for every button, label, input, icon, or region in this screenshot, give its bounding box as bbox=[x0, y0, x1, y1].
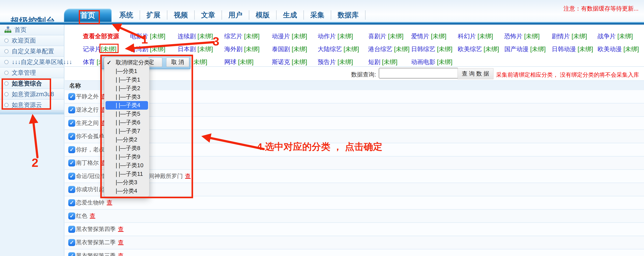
unbound-tag: [未绑] bbox=[576, 46, 593, 52]
category-link[interactable]: 爱情片 [未绑] bbox=[411, 30, 446, 43]
view-link[interactable]: 查 bbox=[107, 199, 112, 207]
category-link[interactable]: 剧情片 [未绑] bbox=[552, 30, 587, 43]
dropdown-option[interactable]: | |—子类6 bbox=[104, 118, 149, 127]
dropdown-option[interactable]: | |—子类5 bbox=[104, 110, 149, 118]
dropdown-option[interactable]: | |—子类8 bbox=[104, 144, 149, 152]
category-name: 科幻片 bbox=[458, 33, 476, 40]
tab-home[interactable]: 首页 bbox=[64, 8, 112, 22]
tab-用户[interactable]: 用户 bbox=[222, 10, 249, 20]
video-name: 生死之间 bbox=[76, 119, 99, 127]
category-link[interactable]: 记录片[未绑] bbox=[83, 43, 116, 56]
row-checkbox[interactable]: ✓ bbox=[68, 186, 75, 193]
dropdown-option[interactable]: ✓取消绑定分类 bbox=[104, 58, 149, 67]
row-checkbox[interactable]: ✓ bbox=[68, 146, 75, 153]
category-link[interactable]: 日本剧 [未绑] bbox=[178, 43, 213, 56]
category-link[interactable]: 动漫片 [未绑] bbox=[272, 30, 307, 43]
dropdown-option[interactable]: |—分类1 bbox=[104, 67, 149, 76]
category-link[interactable]: 动作片 [未绑] bbox=[318, 30, 353, 43]
row-checkbox[interactable]: ✓ bbox=[68, 199, 75, 206]
unbound-tag: [未绑] bbox=[242, 33, 260, 40]
dropdown-option[interactable]: | |—子类9 bbox=[104, 152, 149, 161]
dropdown-option[interactable]: | |—子类2 bbox=[104, 84, 149, 93]
row-checkbox[interactable]: ✓ bbox=[68, 239, 75, 246]
cancel-button[interactable]: 取 消 bbox=[166, 58, 189, 67]
view-link[interactable]: 查 bbox=[185, 172, 191, 180]
video-name: 你不会孤单 bbox=[76, 132, 104, 140]
row-checkbox[interactable]: ✓ bbox=[68, 120, 75, 127]
row-checkbox[interactable]: ✓ bbox=[68, 106, 75, 113]
tab-生成[interactable]: 生成 bbox=[276, 10, 304, 20]
tab-视频[interactable]: 视频 bbox=[167, 10, 195, 20]
category-link[interactable]: 恐怖片 [未绑] bbox=[504, 30, 540, 43]
row-checkbox[interactable]: ✓ bbox=[68, 226, 75, 233]
dropdown-option[interactable]: | |—子类1 bbox=[104, 76, 149, 84]
dropdown-option[interactable]: | |—子类10 bbox=[104, 161, 149, 170]
row-checkbox[interactable]: ✓ bbox=[68, 93, 75, 100]
dropdown-option-label: | |—子类5 bbox=[116, 110, 140, 118]
sidebar-item[interactable]: 文章管理 bbox=[0, 68, 64, 78]
view-link[interactable]: 查 bbox=[118, 252, 124, 256]
category-link[interactable]: 科幻片 [未绑] bbox=[458, 30, 493, 43]
sidebar-item[interactable]: 如意资综合 bbox=[0, 78, 64, 89]
category-link[interactable]: 日韩动漫 [未绑] bbox=[552, 43, 593, 56]
category-link[interactable]: 欧美综艺 [未绑] bbox=[458, 43, 499, 56]
tab-数据库[interactable]: 数据库 bbox=[331, 10, 366, 20]
category-name: 欧美动漫 bbox=[598, 46, 622, 52]
bullet-icon bbox=[4, 81, 8, 86]
category-name: 斯诺克 bbox=[272, 58, 290, 65]
dropdown-option[interactable]: |—分类4 bbox=[104, 187, 149, 195]
category-link[interactable]: 战争片 [未绑] bbox=[598, 30, 633, 43]
row-checkbox[interactable]: ✓ bbox=[68, 252, 75, 256]
dropdown-option[interactable]: | |—子类11 bbox=[104, 170, 149, 178]
category-link[interactable]: 大陆综艺 [未绑] bbox=[318, 43, 359, 56]
row-checkbox[interactable]: ✓ bbox=[68, 173, 75, 180]
unbound-tag: [未绑] bbox=[236, 58, 254, 65]
row-checkbox[interactable]: ✓ bbox=[68, 133, 75, 140]
row-checkbox[interactable]: ✓ bbox=[68, 212, 75, 220]
data-query-input[interactable] bbox=[379, 68, 458, 78]
category-name: 动作片 bbox=[318, 33, 336, 40]
view-link[interactable]: 查 bbox=[118, 239, 124, 246]
video-name: 平静之外 bbox=[76, 93, 99, 100]
view-link[interactable]: 查 bbox=[90, 212, 95, 220]
unbound-tag: [未绑] bbox=[392, 46, 410, 52]
view-link[interactable]: 查 bbox=[118, 225, 124, 233]
category-link[interactable]: 日韩综艺 [未绑] bbox=[411, 43, 452, 56]
sidebar-item[interactable]: 如意资源zm3u8 bbox=[0, 89, 64, 100]
category-link[interactable]: 欧美动漫 [未绑] bbox=[598, 43, 639, 56]
category-name: 战争片 bbox=[598, 33, 616, 40]
unbound-tag: [未绑] bbox=[386, 33, 404, 40]
tab-文章[interactable]: 文章 bbox=[195, 10, 222, 20]
category-link[interactable]: 连续剧 [未绑] bbox=[178, 30, 213, 43]
category-link[interactable]: 港台综艺 [未绑] bbox=[368, 43, 410, 56]
category-link[interactable]: 泰国剧 [未绑] bbox=[272, 43, 307, 56]
table-row: ✓黑衣警探第二季查 bbox=[65, 236, 644, 249]
dropdown-option-label: |—分类1 bbox=[116, 67, 137, 75]
unbound-tag: [未绑] bbox=[342, 46, 359, 52]
row-checkbox[interactable]: ✓ bbox=[68, 160, 75, 166]
dropdown-option[interactable]: | |—子类7 bbox=[104, 127, 149, 136]
sidebar-item[interactable]: 如意资源云 bbox=[0, 100, 64, 110]
category-link[interactable]: 喜剧片 [未绑] bbox=[368, 30, 404, 43]
tab-采集[interactable]: 采集 bbox=[304, 10, 331, 20]
table-row: ✓逆冰之行查 bbox=[65, 104, 644, 117]
dropdown-option[interactable]: |—分类3 bbox=[104, 178, 149, 187]
tab-系统[interactable]: 系统 bbox=[113, 10, 140, 20]
unbound-tag: [未绑] bbox=[528, 46, 546, 52]
category-link[interactable]: 综艺片 [未绑] bbox=[224, 30, 260, 43]
view-all-resources-link[interactable]: 查看全部资源 bbox=[83, 30, 119, 43]
category-name: 短剧 bbox=[368, 58, 380, 65]
dropdown-option[interactable]: | |—子类3 bbox=[104, 93, 149, 101]
category-link[interactable]: 国产动漫 [未绑] bbox=[504, 43, 546, 56]
video-name: 黑衣警探第三季 bbox=[76, 252, 116, 256]
dropdown-option[interactable]: | |—子类4 bbox=[106, 101, 148, 110]
query-data-button[interactable]: 查 询 数 据 bbox=[458, 68, 494, 79]
category-name: 剧情片 bbox=[552, 33, 570, 40]
category-name: 港台综艺 bbox=[368, 46, 392, 52]
dropdown-option-label: | |—子类6 bbox=[116, 119, 140, 126]
video-name-fragment: 间神殿所罗门 bbox=[149, 172, 183, 180]
tab-模版[interactable]: 模版 bbox=[249, 10, 276, 20]
tab-扩展[interactable]: 扩展 bbox=[140, 10, 167, 20]
dropdown-option[interactable]: |—分类2 bbox=[104, 136, 149, 144]
category-link[interactable]: 海外剧 [未绑] bbox=[224, 43, 260, 56]
